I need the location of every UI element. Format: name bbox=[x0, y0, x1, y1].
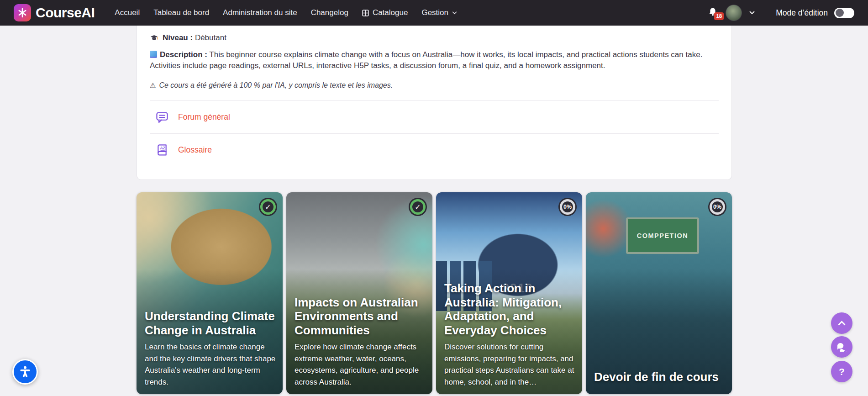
chevron-down-icon bbox=[452, 11, 457, 15]
nav-item-accueil[interactable]: Accueil bbox=[115, 8, 140, 17]
course-sections-row: ✓ Understanding Climate Change in Austra… bbox=[137, 192, 732, 394]
section-card-title: Taking Action in Australia: Mitigation, … bbox=[444, 281, 577, 337]
level-value: Débutant bbox=[195, 33, 226, 42]
svg-text:AZ: AZ bbox=[160, 145, 165, 150]
section-card-description: Explore how climate change affects extre… bbox=[295, 341, 427, 388]
nav-item-administration-du-site[interactable]: Administration du site bbox=[223, 8, 297, 17]
section-card-description: Discover solutions for cutting emissions… bbox=[444, 341, 577, 388]
user-menu-chevron-down-icon[interactable] bbox=[749, 11, 755, 15]
description-text: This beginner course explains climate ch… bbox=[150, 50, 702, 70]
nav-item-changelog[interactable]: Changelog bbox=[311, 8, 348, 17]
course-info-card: Niveau : Débutant Description : This beg… bbox=[137, 26, 732, 180]
card-text-block: Impacts on Australian Environments and C… bbox=[295, 296, 427, 388]
blue-book-icon bbox=[150, 51, 157, 58]
navbar-right: 18 Mode d’édition bbox=[708, 5, 854, 21]
messages-button[interactable] bbox=[831, 336, 852, 358]
glossary-link-label: Glossaire bbox=[178, 145, 212, 155]
question-icon: ? bbox=[839, 366, 845, 377]
section-card-title: Impacts on Australian Environments and C… bbox=[295, 296, 427, 337]
activity-forum-link[interactable]: Forum général bbox=[150, 100, 719, 133]
user-avatar[interactable] bbox=[726, 5, 742, 21]
chat-icon bbox=[836, 342, 847, 352]
nav-item-label: Catalogue bbox=[373, 8, 408, 17]
toggle-knob bbox=[836, 9, 844, 17]
section-card-title: Understanding Climate Change in Australi… bbox=[145, 309, 277, 337]
section-card-understanding-climate-change[interactable]: ✓ Understanding Climate Change in Austra… bbox=[137, 192, 283, 394]
course-level-text: Niveau : Débutant bbox=[163, 33, 226, 42]
progress-badge-text: 0% bbox=[713, 204, 721, 210]
forum-icon bbox=[155, 111, 169, 124]
brand-name: CourseAI bbox=[36, 5, 95, 21]
graduation-cap-icon bbox=[150, 35, 158, 42]
progress-badge: ✓ bbox=[410, 199, 426, 215]
progress-badge-text: ✓ bbox=[415, 203, 421, 211]
progress-badge: 0% bbox=[710, 199, 725, 215]
notifications-button[interactable]: 18 bbox=[708, 7, 718, 18]
description-label: Description : bbox=[160, 50, 207, 59]
accessibility-button[interactable] bbox=[12, 359, 38, 385]
help-button[interactable]: ? bbox=[831, 361, 852, 382]
section-card-taking-action-in-australia[interactable]: 2910 0% Taking Action in Australia: Miti… bbox=[436, 192, 582, 394]
navbar: CourseAI Accueil Tableau de bord Adminis… bbox=[0, 0, 868, 26]
section-card-title: Devoir de fin de cours bbox=[594, 370, 726, 384]
forum-link-label: Forum général bbox=[178, 112, 230, 122]
course-level-line: Niveau : Débutant bbox=[150, 33, 719, 42]
grid-icon bbox=[362, 10, 369, 16]
nav-item-gestion[interactable]: Gestion bbox=[421, 8, 457, 17]
edit-mode-toggle[interactable] bbox=[834, 8, 854, 18]
card-text-block: Devoir de fin de cours bbox=[594, 370, 726, 388]
nav-item-tableau-de-bord[interactable]: Tableau de bord bbox=[153, 8, 209, 17]
warning-icon bbox=[150, 81, 156, 90]
edit-mode-control: Mode d’édition bbox=[776, 8, 854, 18]
section-card-impacts-on-australian-environments[interactable]: ✓ Impacts on Australian Environments and… bbox=[286, 192, 432, 394]
activity-links: Forum général AZ Glossaire bbox=[150, 100, 719, 166]
brand[interactable]: CourseAI bbox=[14, 4, 95, 21]
card-text-block: Taking Action in Australia: Mitigation, … bbox=[444, 281, 577, 388]
chevron-up-icon bbox=[838, 321, 846, 326]
ai-notice-text: Ce cours a été généré à 100 % par l'IA, … bbox=[159, 81, 393, 90]
ai-generated-notice: Ce cours a été généré à 100 % par l'IA, … bbox=[150, 81, 719, 90]
nav-item-catalogue[interactable]: Catalogue bbox=[362, 8, 408, 17]
activity-glossary-link[interactable]: AZ Glossaire bbox=[150, 133, 719, 166]
scroll-to-top-button[interactable] bbox=[831, 312, 852, 334]
courseai-logo-icon bbox=[14, 4, 31, 21]
chalkboard-image-text: COMPPETION bbox=[626, 217, 699, 254]
section-card-description: Learn the basics of climate change and t… bbox=[145, 341, 277, 388]
progress-badge: 0% bbox=[560, 199, 575, 215]
accessibility-icon bbox=[18, 365, 32, 379]
progress-badge: ✓ bbox=[260, 199, 276, 215]
progress-badge-text: ✓ bbox=[265, 203, 271, 211]
nav-item-label: Gestion bbox=[421, 8, 448, 17]
edit-mode-label: Mode d’édition bbox=[776, 8, 828, 18]
nav-menu: Accueil Tableau de bord Administration d… bbox=[115, 8, 457, 17]
glossary-icon: AZ bbox=[155, 143, 169, 157]
card-text-block: Understanding Climate Change in Australi… bbox=[145, 309, 277, 388]
course-description: Description : This beginner course expla… bbox=[150, 49, 719, 71]
progress-badge-text: 0% bbox=[563, 204, 572, 210]
level-label: Niveau : bbox=[163, 33, 193, 42]
section-card-devoir-de-fin-de-cours[interactable]: COMPPETION 0% Devoir de fin de cours bbox=[586, 192, 732, 394]
notification-count-badge: 18 bbox=[714, 12, 724, 20]
